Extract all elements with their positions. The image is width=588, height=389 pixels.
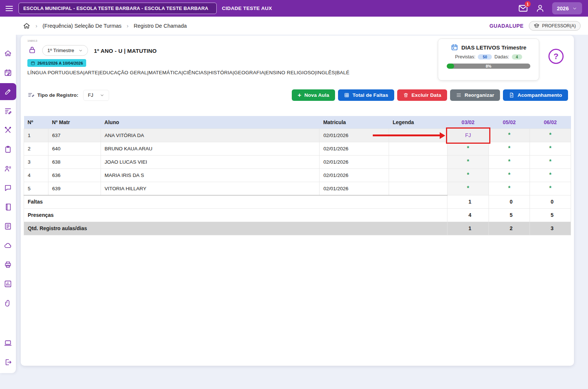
col-header-date-3[interactable]: 06/02: [530, 116, 571, 129]
total-faltas-label: Total de Faltas: [352, 92, 388, 98]
col-header-matricula: Matricula: [320, 116, 389, 129]
attendance-mark[interactable]: *: [530, 142, 571, 155]
journal-icon: [4, 222, 12, 230]
faltas-value: 1: [447, 195, 489, 208]
dias-letivos-card: DIAS LETIVOS Trimestre Previstas: 50 Dad…: [438, 38, 539, 81]
total-faltas-button[interactable]: Total de Faltas: [338, 89, 394, 101]
dadas-value: 4: [512, 54, 522, 59]
attendance-mark[interactable]: *: [489, 168, 530, 182]
help-button[interactable]: ?: [548, 49, 564, 64]
sidebar-item-records[interactable]: [0, 101, 16, 120]
table-row: 1 637 ANA VITÓRIA DA 02/01/2026 FJ * *: [24, 129, 571, 142]
register-type-select[interactable]: FJ: [83, 90, 109, 101]
document-icon: [509, 92, 514, 98]
sidebar-item-devices[interactable]: [0, 333, 16, 352]
list-icon: [456, 92, 462, 98]
chevron-down-icon: [100, 93, 104, 98]
cell-n: 4: [24, 168, 48, 182]
previstas-value: 50: [478, 54, 492, 59]
table-row: 5 639 VITORIA HILLARY 02/01/2026 * * *: [24, 182, 571, 195]
menu-icon[interactable]: [0, 4, 18, 13]
home-icon[interactable]: [23, 22, 30, 30]
cloud-icon: [4, 242, 12, 249]
col-header-legenda: Legenda: [389, 116, 447, 129]
school-selector-button[interactable]: ESCOLA MUNICIPAL - ESCOLA TESTE BARBARA …: [18, 3, 217, 14]
reorganizar-button[interactable]: Reorganizar: [450, 89, 500, 101]
excluir-data-button[interactable]: Excluir Data: [397, 89, 447, 101]
profile-icon[interactable]: [535, 4, 545, 13]
nova-aula-label: Nova Aula: [304, 92, 329, 98]
attendance-mark[interactable]: *: [489, 155, 530, 168]
sidebar-item-journal[interactable]: [0, 216, 16, 236]
sidebar-item-attachments[interactable]: [0, 293, 16, 313]
faltas-value: 0: [489, 195, 530, 208]
dadas-label: Dadas:: [494, 54, 509, 59]
attendance-mark[interactable]: FJ: [447, 129, 489, 142]
qtd-registro-value: 1: [447, 222, 489, 235]
col-header-date-2[interactable]: 05/02: [489, 116, 530, 129]
sidebar-item-logout[interactable]: [0, 352, 16, 372]
sidebar-item-attendance[interactable]: [0, 83, 16, 100]
sidebar-item-statistics[interactable]: [0, 274, 16, 293]
tools-icon: [4, 126, 12, 134]
trimester-value: 1º Trimestre: [47, 48, 74, 53]
attendance-mark[interactable]: *: [489, 182, 530, 195]
attendance-mark[interactable]: *: [447, 155, 489, 168]
class-title: 1º ANO - U | MATUTINO: [94, 48, 157, 54]
calendar-icon: [451, 44, 458, 51]
col-header-date-1[interactable]: 03/02: [447, 116, 489, 129]
faltas-label: Faltas: [24, 195, 447, 208]
breadcrumb-item-turmas[interactable]: (Frequência) Seleção De Turmas: [43, 23, 122, 29]
attendance-mark[interactable]: *: [530, 182, 571, 195]
chevron-down-icon: [572, 6, 577, 11]
mail-button[interactable]: 1: [518, 3, 528, 13]
faltas-value: 0: [530, 195, 571, 208]
faltas-row: Faltas 1 0 0: [24, 195, 571, 208]
sidebar-item-calendar[interactable]: [0, 63, 16, 82]
table-icon: [344, 92, 349, 98]
top-bar: ESCOLA MUNICIPAL - ESCOLA TESTE BARBARA …: [0, 0, 588, 17]
sidebar-item-cloud[interactable]: [0, 236, 16, 255]
breadcrumb-separator: ›: [36, 23, 37, 29]
sidebar-item-gradebook[interactable]: [0, 197, 16, 216]
qtd-registro-row: Qtd. Registro aulas/dias 1 2 3: [24, 222, 571, 235]
sidebar-item-planning[interactable]: [0, 140, 16, 159]
breadcrumb-item-chamada[interactable]: Registro De Chamada: [134, 23, 187, 29]
pencil-icon: [4, 88, 12, 96]
cell-matr: 636: [48, 168, 101, 182]
cell-aluno: VITORIA HILLARY: [101, 182, 320, 195]
plus-icon: +: [298, 92, 301, 98]
attendance-mark[interactable]: *: [447, 168, 489, 182]
nova-aula-button[interactable]: + Nova Aula: [292, 89, 335, 101]
attendance-mark[interactable]: *: [447, 142, 489, 155]
trimester-select[interactable]: 1º Trimestre: [42, 45, 88, 56]
sidebar-item-tools[interactable]: [0, 120, 16, 140]
printer-icon: [4, 261, 12, 269]
attendance-mark[interactable]: *: [489, 142, 530, 155]
attendance-mark[interactable]: *: [530, 168, 571, 182]
cell-legenda: [389, 155, 447, 168]
table-header-row: Nº Nº Matr Aluno Matricula Legenda 03/02…: [24, 116, 571, 129]
attendance-mark[interactable]: *: [530, 155, 571, 168]
attendance-mark[interactable]: *: [530, 129, 571, 142]
cell-matricula: 02/01/2026: [320, 155, 389, 168]
table-row: 2 640 BRUNO KAUA ARAU 02/01/2026 * * *: [24, 142, 571, 155]
clipboard-icon: [4, 146, 12, 153]
sidebar-item-students[interactable]: [0, 159, 16, 178]
sidebar-item-print[interactable]: [0, 255, 16, 274]
cell-n: 1: [24, 129, 48, 142]
graduation-cap-icon: [534, 23, 540, 29]
cell-matr: 639: [48, 182, 101, 195]
main-panel: 198913 1º Trimestre 1º ANO - U | MATUTIN…: [21, 35, 574, 366]
acompanhamento-label: Acompanhamento: [517, 92, 562, 98]
city-label: CIDADE TESTE AUX: [222, 6, 272, 11]
cell-matricula: 02/01/2026: [320, 142, 389, 155]
year-selector[interactable]: 2026: [552, 2, 582, 14]
acompanhamento-button[interactable]: Acompanhamento: [503, 89, 568, 101]
sidebar-item-home[interactable]: [0, 44, 16, 63]
sidebar-item-messages[interactable]: [0, 178, 16, 197]
paperclip-icon: [4, 299, 12, 307]
attendance-mark[interactable]: *: [447, 182, 489, 195]
attendance-table: Nº Nº Matr Aluno Matricula Legenda 03/02…: [24, 116, 571, 235]
attendance-mark[interactable]: *: [489, 129, 530, 142]
